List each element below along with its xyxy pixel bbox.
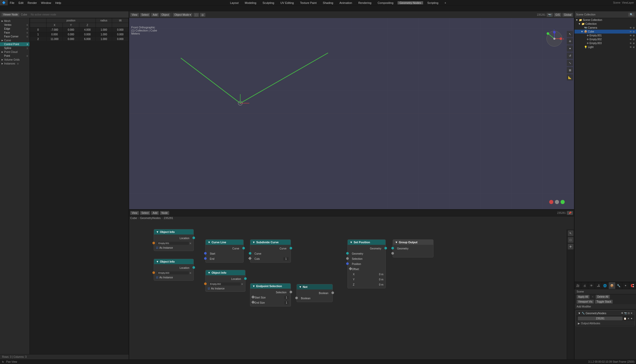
- tool-scale[interactable]: ⤡: [567, 60, 573, 66]
- props-scene-section[interactable]: Scene: [575, 289, 636, 294]
- vp-overlays-btn[interactable]: ◎: [200, 13, 205, 17]
- tab-scripting[interactable]: Scripting: [425, 1, 440, 4]
- outliner-scene-collection[interactable]: ▼ 📁 Scene Collection: [575, 18, 636, 22]
- tool-select[interactable]: ↖: [567, 31, 573, 37]
- breadcrumb-frame[interactable]: 235281: [164, 216, 173, 220]
- outliner-cube[interactable]: ▼ 📦 Cube 👁 🖥: [575, 30, 636, 34]
- sidebar-spline[interactable]: Spline 1: [0, 46, 29, 50]
- sidebar-point[interactable]: Point 0: [0, 54, 29, 58]
- node-object-info-1[interactable]: ▼ Object Info Location Empty.001 ✕: [154, 229, 194, 251]
- tab-add[interactable]: +: [443, 1, 448, 4]
- modifier-id-btn[interactable]: 235281: [578, 317, 623, 320]
- outliner-camera[interactable]: ▼ 📷 Camera 👁 🖥: [575, 26, 636, 30]
- tab-compositing[interactable]: Compositing: [376, 1, 395, 4]
- vp-gis-btn[interactable]: GIS: [554, 13, 561, 17]
- outliner[interactable]: ▼ 📁 Scene Collection ▼ 📁 Collection ▼ 📷 …: [575, 18, 636, 282]
- node-curve-line[interactable]: ▼ Curve Line Curve Start: [205, 239, 244, 263]
- vp-object-btn[interactable]: Object: [160, 13, 170, 17]
- sidebar-volume-header[interactable]: ▶ Volume Grids: [0, 58, 29, 62]
- menu-edit[interactable]: Edit: [17, 0, 26, 5]
- tab-uv-editing[interactable]: UV Editing: [278, 1, 296, 4]
- vp-mode-btn[interactable]: Object Mode ▾: [173, 13, 192, 17]
- tool-measure[interactable]: 📐: [567, 74, 573, 80]
- breadcrumb-cube[interactable]: Cube: [130, 216, 137, 220]
- tool-cursor[interactable]: ✛: [567, 38, 573, 44]
- props-tab-world[interactable]: 🌐: [602, 282, 609, 289]
- viewer-node-btn[interactable]: Viewer Node: [2, 13, 19, 17]
- tab-sculpting[interactable]: Sculpting: [260, 1, 276, 4]
- node-subdivide-curve[interactable]: ▼ Subdivide Curve Curve Curve: [250, 239, 291, 263]
- menu-window[interactable]: Window: [39, 0, 53, 5]
- delete-all-btn[interactable]: Delete All: [596, 295, 610, 299]
- navigation-gizmo[interactable]: X Z: [544, 28, 565, 49]
- apply-all-btn[interactable]: Apply All: [577, 295, 590, 299]
- tab-geometry-nodes[interactable]: Geometry Nodes: [398, 1, 423, 4]
- sidebar-vertex[interactable]: Vertex 0: [0, 23, 29, 27]
- props-tab-modifier[interactable]: 🔧: [616, 282, 622, 289]
- tab-animation[interactable]: Animation: [337, 1, 354, 4]
- tool-transform[interactable]: ⊞: [567, 67, 573, 73]
- outliner-collection[interactable]: ▼ 📁 Collection: [575, 22, 636, 26]
- node-canvas[interactable]: ▼ Object Info Location Empty.001 ✕: [129, 223, 574, 359]
- node-object-info-2[interactable]: ▼ Object Info Location Empty.003 ✕: [154, 259, 194, 281]
- props-tab-physics[interactable]: 🧲: [629, 282, 636, 289]
- menu-help[interactable]: Help: [53, 0, 63, 5]
- ne-node-btn[interactable]: Node: [160, 211, 169, 215]
- sidebar-instances-header[interactable]: ▶ Instances 0: [0, 62, 29, 66]
- tool-rotate[interactable]: ↺: [567, 53, 573, 59]
- outliner-light[interactable]: ▼ 💡 Light 👁 🖥: [575, 45, 636, 49]
- tab-rendering[interactable]: Rendering: [356, 1, 374, 4]
- sidebar-control-point[interactable]: Control Point 3: [0, 42, 29, 46]
- viewport-vis-btn[interactable]: Viewport Vis: [577, 300, 594, 304]
- vp-view-btn[interactable]: View: [130, 13, 139, 17]
- sidebar-mesh-header[interactable]: ▶ Mesh: [0, 19, 29, 23]
- ne-select-btn[interactable]: Select: [140, 211, 150, 215]
- node-object-info-3[interactable]: ▼ Object Info Location Empty.002 ✕: [205, 270, 245, 292]
- props-tab-render[interactable]: 🎥: [575, 282, 581, 289]
- ne-view-btn[interactable]: View: [130, 211, 139, 215]
- spreadsheet-table-area[interactable]: position radius tilt X Y Z: [30, 18, 129, 354]
- ne-pin-btn[interactable]: 📌: [567, 211, 573, 215]
- props-tab-scene[interactable]: 🏞: [595, 282, 602, 289]
- sidebar-face-corner[interactable]: Face Corner 0: [0, 35, 29, 38]
- menu-file[interactable]: File: [8, 0, 17, 5]
- sidebar-curve-header[interactable]: ▶ Curve: [0, 38, 29, 42]
- node-endpoint-selection[interactable]: ▼ Endpoint Selection Selection Start Siz…: [250, 283, 291, 306]
- tab-shading[interactable]: Shading: [321, 1, 335, 4]
- toggle-stack-btn[interactable]: Toggle Stack: [595, 300, 613, 304]
- outliner-empty-003[interactable]: ▼ ✛ Empty.003 👁 🖥: [575, 41, 636, 45]
- vp-select-btn[interactable]: Select: [140, 13, 150, 17]
- node-editor[interactable]: View Select Add Node 235281 📌 Cube › Geo…: [129, 210, 574, 359]
- sidebar-point-cloud-header[interactable]: ▶ Point Cloud: [0, 50, 29, 54]
- vp-add-btn[interactable]: Add: [151, 13, 159, 17]
- outliner-empty-002[interactable]: ▼ ✛ Empty.002 👁 🖥: [575, 37, 636, 41]
- filter-btn[interactable]: 🔍: [628, 13, 634, 17]
- tab-modeling[interactable]: Modeling: [243, 1, 259, 4]
- viewport-area[interactable]: View Select Add Object Object Mode ▾ ⬚ ◎…: [129, 11, 574, 210]
- vp-camera-btn[interactable]: 📷: [547, 13, 553, 17]
- node-group-output[interactable]: ▼ Group Output Geometry: [393, 239, 433, 257]
- tab-texture-paint[interactable]: Texture Paint: [298, 1, 319, 4]
- sidebar-edge[interactable]: Edge 0: [0, 27, 29, 31]
- ne-add-btn[interactable]: Add: [151, 211, 159, 215]
- tool-move[interactable]: ✦: [567, 45, 573, 52]
- ne-tool-select[interactable]: ↖: [568, 230, 573, 236]
- sidebar-face[interactable]: Face 0: [0, 31, 29, 35]
- props-tab-particles[interactable]: ✦: [622, 282, 629, 289]
- menu-render[interactable]: Render: [26, 0, 39, 5]
- node-set-position[interactable]: ▼ Set Position Geometry Geometry: [347, 239, 386, 288]
- breadcrumb-geometry-nodes[interactable]: GeometryNodes: [140, 216, 161, 220]
- vp-viewport-shading[interactable]: ⬚: [193, 13, 199, 17]
- tab-layout[interactable]: Layout: [228, 1, 241, 4]
- props-tab-view[interactable]: 👁: [588, 282, 595, 289]
- ne-tool-cursor[interactable]: ✛: [568, 244, 573, 249]
- add-modifier-header[interactable]: Add Modifier: [575, 304, 636, 309]
- outliner-empty-001[interactable]: ▼ ✛ Empty.001 👁 🖥: [575, 34, 636, 37]
- blender-logo[interactable]: 🔷: [0, 0, 8, 5]
- viewport-canvas[interactable]: Front Orthographic (1) Collection | Cube…: [129, 18, 574, 209]
- props-tab-object[interactable]: 📦: [609, 282, 615, 289]
- vp-transform-btn[interactable]: Global: [562, 13, 573, 17]
- node-not[interactable]: ▼ Not Boolean Boolean: [297, 284, 333, 302]
- props-tab-output[interactable]: 🖨: [581, 282, 588, 289]
- output-attributes-header[interactable]: ▶ Output Attributes: [576, 321, 635, 326]
